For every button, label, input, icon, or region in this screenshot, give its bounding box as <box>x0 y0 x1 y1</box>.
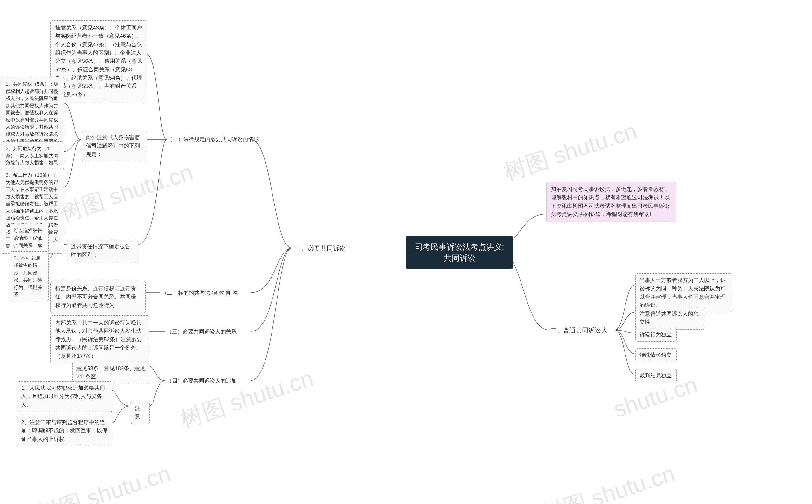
section-4-label: （四）必要共同诉讼人的追加 <box>167 377 237 384</box>
watermark: 树图 shutu.cn <box>56 157 197 229</box>
node-s1-3-b: 2、不可以选择被告的情形：共同侵权、共同危险行为、代理关系 <box>10 251 49 301</box>
node-s4-b-label: 注意： <box>131 402 150 424</box>
node-s1-2-label: 此外注意《人身损害赔偿司法解释》中的下列规定： <box>82 131 147 161</box>
node-r-a: 当事人一方或者双方为二人以上，诉讼标的为同一种类、人民法院认为可以合并审理，当事… <box>635 273 732 312</box>
node-s3-content: 内部关系：其中一人的诉讼行为经其他人承认，对其他共同诉讼人发生法律效力。（民诉法… <box>50 315 149 364</box>
section-1-label: （一）法律规定的必要共同诉讼的情形 <box>167 136 259 143</box>
watermark: 树图 shutu.cn <box>500 116 641 187</box>
section-2-label: （二）标的的共同法 律 教 育 网 <box>162 289 238 297</box>
watermark: 树图 shutu.cn <box>538 458 679 504</box>
branch-ordinary-joint-litigants: 二、普通共同诉讼人 <box>550 326 607 335</box>
intro-node: 加油复习司考民事诉讼法，多做题，多看看教材，理解教材中的知识点，就有希望通过司法… <box>546 182 676 222</box>
root-title-line1: 司考民事诉讼法考点讲义: <box>413 241 506 252</box>
node-s2-content: 特定身份关系、连带债权与连带责任、内部不可分合同关系、共同侵权行为或者共同危险行… <box>50 281 146 313</box>
root-title-line2: 共同诉讼 <box>413 252 506 264</box>
node-s4-a: 意见58条、意见183条、意见211条区 <box>72 362 150 384</box>
node-r-d: 特殊情形独立 <box>635 348 677 362</box>
branch-necessary-joint-litigation: 一、必要共同诉讼 <box>295 244 346 253</box>
watermark: 树图 shutu.cn <box>34 458 175 504</box>
node-r-e: 裁判结果独立 <box>635 369 677 383</box>
node-s4-b-i: 1、人民法院可依职权追加必要共同人，且追加时区分为权利人与义务人。 <box>17 381 112 412</box>
root-node: 司考民事诉讼法考点讲义: 共同诉讼 <box>406 236 513 269</box>
node-r-c: 诉讼行为独立 <box>635 328 677 342</box>
node-s1-3-label: 连带责任情况下确定被告时的区别： <box>67 240 138 262</box>
watermark: 树图 shutu.cn <box>176 363 318 435</box>
section-3-label: （三）必要共同诉讼人的关系 <box>167 328 237 335</box>
node-s1-1: 挂靠关系（意见43条）、个体工商户与实际经营者不一致（意见46条）、个人合伙（意… <box>50 20 147 102</box>
node-r-b: 注意普通共同诉讼人的独立性 <box>635 307 705 330</box>
node-s4-b-ii: 2、注意二审与审判监督程序中的追加：即调解不成的，发回重审，以保证当事人的上诉权 <box>17 416 112 446</box>
